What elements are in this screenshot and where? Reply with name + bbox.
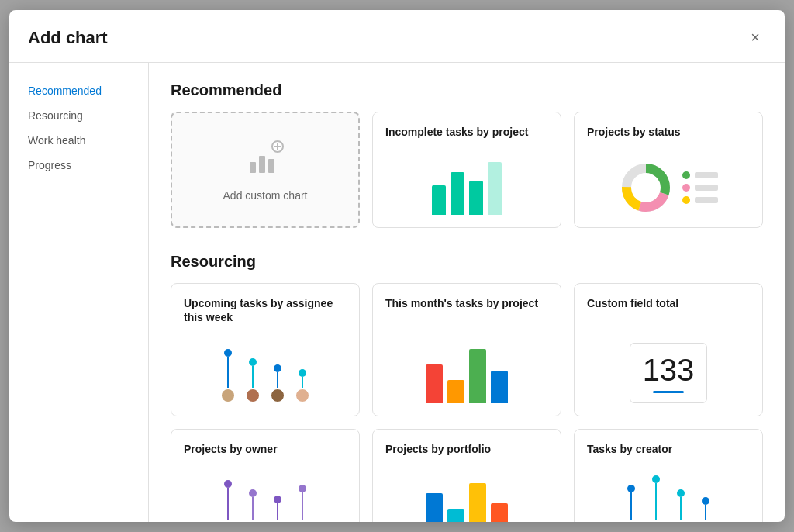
projects-by-portfolio-title: Projects by portfolio (385, 442, 548, 456)
resourcing-section-title: Resourcing (171, 253, 763, 271)
svg-rect-1 (259, 156, 265, 173)
projects-by-portfolio-card[interactable]: Projects by portfolio (372, 429, 561, 522)
projects-by-status-card[interactable]: Projects by status (574, 112, 763, 228)
projects-by-status-visual (587, 148, 750, 215)
main-content: Recommended (149, 63, 785, 522)
add-chart-icon (247, 139, 284, 183)
upcoming-tasks-title: Upcoming tasks by assignee this week (184, 296, 347, 324)
projects-by-portfolio-visual (385, 466, 548, 522)
this-months-tasks-card[interactable]: This month's tasks by project (372, 283, 561, 416)
recommended-section-title: Recommended (171, 81, 763, 99)
modal-header: Add chart × (9, 10, 785, 63)
sidebar-item-progress[interactable]: Progress (9, 153, 148, 178)
svg-rect-0 (250, 162, 256, 173)
svg-point-10 (632, 174, 660, 202)
projects-by-status-title: Projects by status (587, 125, 750, 139)
this-months-tasks-title: This month's tasks by project (385, 296, 548, 310)
upcoming-tasks-visual (184, 333, 347, 403)
sidebar: Recommended Resourcing Work health Progr… (9, 63, 149, 522)
tasks-by-creator-title: Tasks by creator (587, 442, 750, 456)
projects-by-owner-card[interactable]: Projects by owner (171, 429, 360, 522)
custom-field-number: 133 (643, 353, 695, 388)
add-custom-chart-card[interactable]: Add custom chart (171, 112, 360, 228)
modal-overlay: Add chart × Recommended Resourcing Work … (0, 0, 794, 532)
tasks-by-creator-visual (587, 466, 750, 522)
close-button[interactable]: × (744, 26, 766, 50)
svg-rect-2 (268, 159, 274, 173)
projects-by-owner-title: Projects by owner (184, 442, 347, 456)
sidebar-item-work-health[interactable]: Work health (9, 128, 148, 153)
custom-field-underline (653, 391, 684, 393)
custom-field-total-visual: 133 (587, 320, 750, 403)
resourcing-grid: Upcoming tasks by assignee this week (171, 283, 763, 522)
upcoming-tasks-card[interactable]: Upcoming tasks by assignee this week (171, 283, 360, 416)
modal-title: Add chart (28, 28, 108, 48)
this-months-tasks-visual (385, 320, 548, 403)
tasks-by-creator-card[interactable]: Tasks by creator (574, 429, 763, 522)
modal-body: Recommended Resourcing Work health Progr… (9, 63, 785, 522)
incomplete-tasks-title: Incomplete tasks by project (385, 125, 548, 139)
sidebar-item-recommended[interactable]: Recommended (9, 78, 148, 103)
custom-field-total-title: Custom field total (587, 296, 750, 310)
sidebar-item-resourcing[interactable]: Resourcing (9, 103, 148, 128)
projects-by-owner-visual (184, 466, 347, 522)
add-custom-chart-label: Add custom chart (223, 189, 308, 202)
incomplete-tasks-card[interactable]: Incomplete tasks by project (372, 112, 561, 228)
incomplete-tasks-visual (385, 148, 548, 215)
add-chart-modal: Add chart × Recommended Resourcing Work … (9, 10, 785, 522)
recommended-grid: Add custom chart Incomplete tasks by pro… (171, 112, 763, 228)
custom-field-total-card[interactable]: Custom field total 133 (574, 283, 763, 416)
